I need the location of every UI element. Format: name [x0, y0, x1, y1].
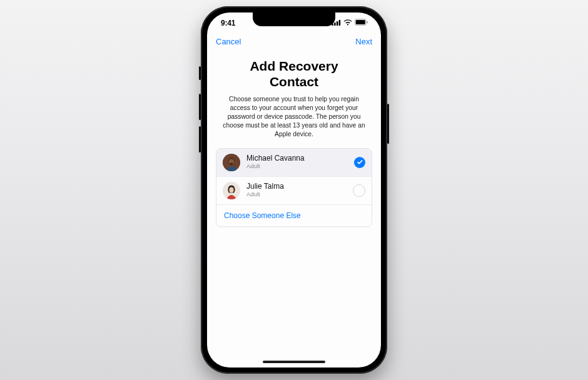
contact-row[interactable]: Michael Cavanna Adult: [216, 149, 372, 176]
title-line-1: Add Recovery: [250, 59, 338, 73]
home-indicator[interactable]: [263, 361, 325, 363]
svg-point-12: [229, 187, 233, 192]
phone-frame: 9:41 Cancel Next: [201, 6, 387, 374]
battery-icon: [355, 19, 368, 28]
svg-rect-3: [339, 20, 341, 26]
svg-rect-1: [334, 22, 336, 26]
wifi-icon: [343, 19, 352, 28]
svg-rect-5: [356, 20, 365, 24]
page-description: Choose someone you trust to help you reg…: [216, 95, 372, 139]
next-button[interactable]: Next: [355, 37, 372, 46]
contact-subtitle: Adult: [246, 191, 347, 198]
contacts-list: Michael Cavanna Adult Julie Ta: [216, 148, 372, 227]
svg-point-10: [230, 162, 233, 164]
page-title: Add Recovery Contact: [218, 59, 370, 90]
contact-text: Michael Cavanna Adult: [246, 154, 348, 171]
volume-up-button: [199, 94, 201, 120]
svg-rect-6: [367, 21, 367, 24]
volume-down-button: [199, 126, 201, 152]
avatar: [223, 154, 240, 171]
content: Add Recovery Contact Choose someone you …: [207, 49, 381, 368]
cancel-button[interactable]: Cancel: [216, 37, 241, 46]
contact-row[interactable]: Julie Talma Adult: [216, 176, 372, 204]
contact-text: Julie Talma Adult: [246, 182, 347, 199]
silence-switch: [199, 66, 201, 80]
avatar: [223, 182, 240, 199]
status-time: 9:41: [221, 19, 235, 28]
cellular-signal-icon: [332, 19, 341, 28]
power-button: [387, 104, 389, 144]
title-line-2: Contact: [270, 74, 318, 89]
svg-rect-0: [332, 24, 333, 26]
contact-name: Julie Talma: [246, 182, 347, 191]
choose-someone-else-button[interactable]: Choose Someone Else: [216, 204, 372, 226]
contact-name: Michael Cavanna: [246, 154, 348, 163]
checkmark-icon[interactable]: [354, 157, 365, 168]
backdrop: 9:41 Cancel Next: [0, 0, 588, 380]
radio-unchecked-icon[interactable]: [353, 184, 365, 197]
svg-rect-2: [337, 21, 338, 26]
contact-subtitle: Adult: [246, 163, 348, 170]
status-bar: 9:41: [207, 12, 381, 34]
nav-bar: Cancel Next: [207, 34, 381, 49]
screen: 9:41 Cancel Next: [207, 12, 381, 368]
